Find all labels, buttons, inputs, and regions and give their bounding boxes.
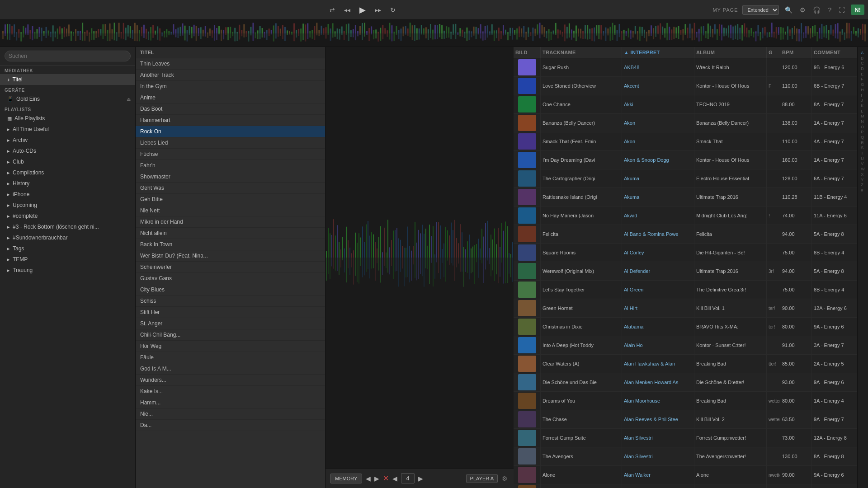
alpha-letter-J[interactable]: J bbox=[861, 98, 865, 103]
sidebar-item-complete[interactable]: ▸ #complete bbox=[0, 211, 135, 221]
track-item[interactable]: Da... bbox=[136, 420, 325, 431]
track-item[interactable]: Nie... bbox=[136, 408, 325, 420]
col-comment[interactable]: COMMENT bbox=[812, 47, 857, 58]
sidebar-item-titel[interactable]: ♪ Titel bbox=[0, 74, 135, 85]
alpha-letter-V[interactable]: V bbox=[861, 161, 865, 167]
track-item[interactable]: Schiss bbox=[136, 296, 325, 307]
alpha-letter-A[interactable]: A bbox=[861, 51, 865, 56]
track-item[interactable]: Showmaster bbox=[136, 171, 325, 183]
track-item[interactable]: Nie Nett bbox=[136, 205, 325, 216]
play-loop-button[interactable]: ▶ bbox=[374, 475, 379, 482]
memory-button[interactable]: MEMORY bbox=[330, 474, 362, 483]
track-item[interactable]: Thin Leaves bbox=[136, 58, 325, 70]
alpha-letter-B[interactable]: B bbox=[861, 56, 865, 61]
alpha-letter-S[interactable]: S bbox=[861, 145, 865, 151]
play-button[interactable]: ▶ bbox=[358, 3, 368, 17]
col-bpm[interactable]: BPM bbox=[780, 47, 812, 58]
table-row[interactable]: Love Stoned (Otherview Akcent Kontor - H… bbox=[514, 77, 857, 95]
track-item[interactable]: Stift Her bbox=[136, 307, 325, 318]
fullscreen-icon-btn[interactable]: ⛶ bbox=[837, 5, 846, 15]
alpha-letter-X[interactable]: X bbox=[861, 172, 865, 178]
track-item[interactable]: Fahr'n bbox=[136, 160, 325, 171]
track-item[interactable]: City Blues bbox=[136, 284, 325, 296]
sidebar-item-archiv[interactable]: ▸ Archiv bbox=[0, 135, 135, 145]
track-item[interactable]: Das Boot bbox=[136, 103, 325, 115]
eject-icon[interactable]: ⏏ bbox=[127, 97, 131, 102]
sidebar-item-rock-bottom[interactable]: ▸ #3 - Rock Bottom (löschen geht ni... bbox=[0, 221, 135, 232]
track-item[interactable]: Nicht allein bbox=[136, 228, 325, 239]
alpha-letter-R[interactable]: R bbox=[861, 141, 865, 146]
track-item[interactable]: Hör Weg bbox=[136, 341, 325, 352]
table-body[interactable]: Sugar Rush AKB48 Wreck-It Ralph 120.00 9… bbox=[514, 58, 857, 488]
col-trackname[interactable]: Trackname bbox=[541, 47, 622, 58]
table-row[interactable]: Rattlesnake Island (Origi Akuma Ultimate… bbox=[514, 188, 857, 206]
alpha-letter-Y[interactable]: Y bbox=[861, 178, 865, 183]
alpha-letter-E[interactable]: E bbox=[861, 72, 865, 77]
table-row[interactable]: No Hay Manera (Jason Akwid Midnight Club… bbox=[514, 206, 857, 225]
sidebar-item-gold-eins[interactable]: 📱 Gold Eins ⏏ bbox=[0, 94, 135, 104]
alpha-letter-D[interactable]: D bbox=[861, 66, 865, 72]
player-settings-btn[interactable]: ⚙ bbox=[500, 474, 509, 483]
sidebar-item-history[interactable]: ▸ History bbox=[0, 178, 135, 189]
alpha-letter-L[interactable]: L bbox=[861, 109, 865, 114]
track-item[interactable]: Wer Bistn Du? (Feat. Nina... bbox=[136, 250, 325, 262]
sidebar-item-compilations[interactable]: ▸ Compilations bbox=[0, 167, 135, 178]
headphone-icon-btn[interactable]: 🎧 bbox=[811, 5, 822, 15]
sidebar-item-all-time-useful[interactable]: ▸ All Time Useful bbox=[0, 124, 135, 135]
track-item[interactable]: St. Anger bbox=[136, 318, 325, 329]
alpha-letter-K[interactable]: K bbox=[861, 103, 865, 109]
table-row[interactable]: Clear Waters (A) Alan Hawkshaw & Alan Br… bbox=[514, 355, 857, 373]
search-icon-btn[interactable]: 🔍 bbox=[783, 5, 794, 15]
track-item[interactable]: Liebes Lied bbox=[136, 137, 325, 149]
alpha-letter-N[interactable]: N bbox=[861, 119, 865, 125]
track-item[interactable]: Hamm... bbox=[136, 397, 325, 408]
track-item[interactable]: Rock On bbox=[136, 126, 325, 137]
close-loop-button[interactable]: ✕ bbox=[383, 474, 389, 483]
extended-select[interactable]: Extended bbox=[742, 5, 779, 15]
track-item[interactable]: Hammerhart bbox=[136, 115, 325, 126]
sidebar-item-alle-playlists[interactable]: ▦ Alle Playlists bbox=[0, 113, 135, 124]
prev-loop-button[interactable]: ◀ bbox=[366, 475, 371, 482]
search-input[interactable] bbox=[5, 51, 131, 61]
sidebar-item-tags[interactable]: ▸ Tags bbox=[0, 243, 135, 254]
shuffle-button[interactable]: ⇄ bbox=[328, 5, 337, 15]
table-row[interactable]: The Avengers Alan Silvestri The Avengers… bbox=[514, 447, 857, 466]
table-row[interactable]: Let's Stay Together Al Green The Definit… bbox=[514, 281, 857, 299]
alpha-letter-H[interactable]: H bbox=[861, 88, 865, 93]
next-button[interactable]: ▸▸ bbox=[373, 5, 383, 15]
prev-loop2-button[interactable]: ◀ bbox=[392, 475, 397, 482]
sidebar-item-upcoming[interactable]: ▸ Upcoming bbox=[0, 200, 135, 211]
alpha-letter-P[interactable]: P bbox=[861, 130, 865, 135]
track-item[interactable]: Gustav Gans bbox=[136, 273, 325, 284]
alpha-letter-I[interactable]: I bbox=[861, 93, 865, 99]
table-row[interactable]: Dreams of You Alan Moorhouse Breaking Ba… bbox=[514, 392, 857, 410]
track-item[interactable]: Kake Is... bbox=[136, 386, 325, 397]
alpha-letter-W[interactable]: W bbox=[861, 167, 865, 172]
table-row[interactable]: The Cartographer (Origi Akuma Electro Ho… bbox=[514, 169, 857, 188]
col-album[interactable]: Album bbox=[694, 47, 767, 58]
track-item[interactable]: Fäule bbox=[136, 352, 325, 363]
track-item[interactable]: In the Gym bbox=[136, 81, 325, 92]
table-row[interactable]: One Chance Akki TECHNO 2019 88.00 8A - E… bbox=[514, 95, 857, 114]
table-row[interactable]: Smack That (Feat. Emin Akon Smack That 1… bbox=[514, 132, 857, 151]
track-item[interactable]: Füchse bbox=[136, 149, 325, 160]
table-row[interactable]: Sing Me to Sleep Alan Walker Berlin Tag … bbox=[514, 484, 857, 488]
table-row[interactable]: Forrest Gump Suite Alan Silvestri Forres… bbox=[514, 429, 857, 447]
track-list-scroll[interactable]: Thin LeavesAnother TrackIn the GymAnimeD… bbox=[136, 58, 325, 488]
track-item[interactable]: Scheinwerfer bbox=[136, 262, 325, 273]
prev-button[interactable]: ◂◂ bbox=[342, 5, 352, 15]
col-interpret[interactable]: ▲ Interpret bbox=[622, 47, 694, 58]
table-row[interactable]: Bananza (Belly Dancer) Akon Bananza (Bel… bbox=[514, 114, 857, 132]
sidebar-item-auto-cds[interactable]: ▸ Auto-CDs bbox=[0, 145, 135, 156]
repeat-button[interactable]: ↻ bbox=[388, 5, 397, 15]
sidebar-item-temp[interactable]: ▸ TEMP bbox=[0, 254, 135, 265]
table-row[interactable]: Felicita Al Bano & Romina Powe Felicita … bbox=[514, 225, 857, 244]
track-item[interactable]: Back In Town bbox=[136, 239, 325, 250]
table-row[interactable]: Werewolf (Original Mix) Al Defender Ulti… bbox=[514, 262, 857, 281]
alpha-letter-T[interactable]: T bbox=[861, 151, 865, 156]
track-item[interactable]: Anime bbox=[136, 92, 325, 103]
table-row[interactable]: Die Schöne und Das Bie Alan Menken Howar… bbox=[514, 373, 857, 392]
table-row[interactable]: Sugar Rush AKB48 Wreck-It Ralph 120.00 9… bbox=[514, 58, 857, 77]
track-item[interactable]: Geh Bitte bbox=[136, 194, 325, 205]
alpha-letter-M[interactable]: M bbox=[861, 114, 865, 119]
